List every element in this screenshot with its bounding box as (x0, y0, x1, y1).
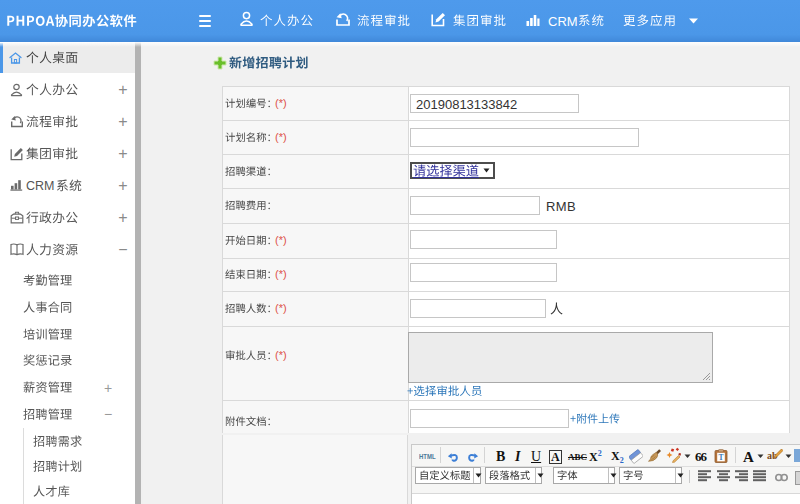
svg-text:T: T (718, 453, 723, 462)
